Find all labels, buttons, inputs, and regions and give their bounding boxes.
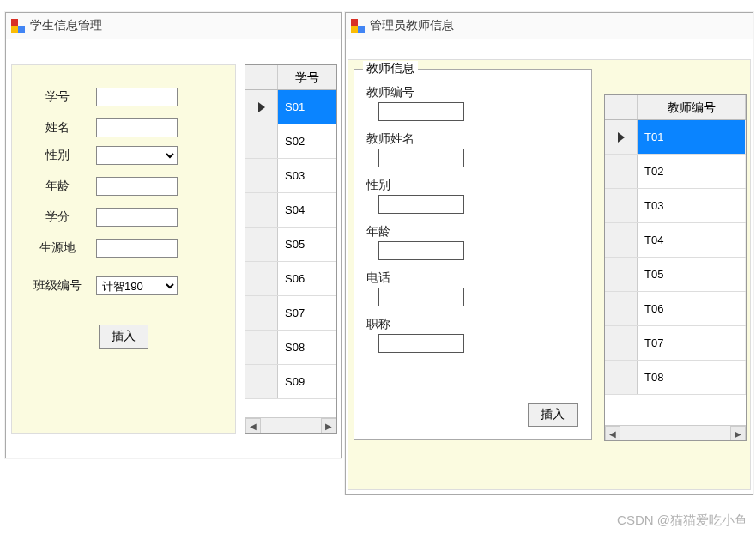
student-grid-col-header[interactable]: 学号	[278, 65, 336, 89]
student-age-input[interactable]	[96, 177, 178, 196]
teacher-title-input[interactable]	[378, 334, 464, 353]
app-icon	[11, 19, 25, 33]
table-row[interactable]: S06	[245, 262, 336, 296]
teacher-phone-input[interactable]	[378, 288, 464, 306]
table-row[interactable]: T03	[605, 189, 746, 223]
table-cell[interactable]: T04	[638, 223, 746, 257]
row-selector[interactable]	[245, 262, 278, 295]
student-insert-button[interactable]: 插入	[99, 325, 148, 349]
grid-select-header	[245, 65, 278, 89]
student-name-label: 姓名	[19, 120, 96, 136]
row-selector[interactable]	[245, 193, 278, 227]
teacher-window: 管理员教师信息 教师信息 教师编号 教师姓名 性别 年龄 电话 职称 插入	[345, 12, 753, 495]
student-id-label: 学号	[19, 89, 96, 105]
table-row[interactable]: T07	[605, 326, 746, 361]
teacher-name-input[interactable]	[378, 149, 464, 167]
scroll-right-icon[interactable]: ▶	[321, 418, 336, 434]
scroll-right-icon[interactable]: ▶	[730, 426, 746, 441]
student-class-label: 班级编号	[19, 278, 96, 294]
teacher-grid[interactable]: 教师编号 T01T02T03T04T05T06T07T08 ◀ ▶	[604, 94, 747, 441]
student-credits-label: 学分	[19, 209, 96, 225]
student-origin-label: 生源地	[19, 240, 96, 256]
table-row[interactable]: S07	[245, 296, 336, 331]
row-selector[interactable]	[605, 155, 638, 188]
student-name-input[interactable]	[96, 118, 178, 137]
app-icon	[351, 19, 365, 33]
teacher-panel: 教师信息 教师编号 教师姓名 性别 年龄 电话 职称 插入 教	[348, 59, 751, 490]
table-row[interactable]: T06	[605, 292, 746, 326]
table-row[interactable]: S08	[245, 331, 336, 365]
student-gender-select[interactable]	[96, 146, 178, 165]
table-row[interactable]: S01	[245, 90, 336, 124]
row-selector[interactable]	[605, 120, 638, 154]
student-name-row: 姓名	[19, 118, 228, 137]
table-row[interactable]: S03	[245, 159, 336, 193]
table-row[interactable]: S04	[245, 193, 336, 228]
table-cell[interactable]: T06	[638, 292, 746, 325]
table-cell[interactable]: S08	[278, 331, 336, 364]
teacher-window-title: 管理员教师信息	[370, 18, 454, 33]
row-selector[interactable]	[245, 124, 278, 158]
row-selector[interactable]	[605, 189, 638, 222]
teacher-groupbox-legend: 教师信息	[363, 61, 418, 76]
table-cell[interactable]: S04	[278, 193, 336, 227]
teacher-grid-col-header[interactable]: 教师编号	[638, 95, 746, 119]
row-selector[interactable]	[605, 361, 638, 394]
teacher-insert-button[interactable]: 插入	[528, 403, 578, 427]
table-row[interactable]: S05	[245, 228, 336, 262]
table-cell[interactable]: S01	[278, 90, 336, 124]
teacher-id-input[interactable]	[378, 102, 464, 121]
row-selector[interactable]	[245, 331, 278, 364]
table-row[interactable]: T05	[605, 258, 746, 292]
teacher-titlebar: 管理员教师信息	[346, 13, 753, 39]
scroll-left-icon[interactable]: ◀	[605, 426, 620, 441]
scroll-left-icon[interactable]: ◀	[245, 418, 261, 434]
row-selector[interactable]	[245, 365, 278, 398]
table-cell[interactable]: T02	[638, 155, 746, 188]
table-row[interactable]: T08	[605, 361, 746, 395]
table-cell[interactable]: T08	[638, 361, 746, 394]
table-row[interactable]: S02	[245, 124, 336, 159]
student-origin-input[interactable]	[96, 239, 178, 258]
table-cell[interactable]: S09	[278, 365, 336, 398]
student-id-input[interactable]	[96, 88, 178, 106]
teacher-gender-input[interactable]	[378, 195, 464, 214]
table-cell[interactable]: T05	[638, 258, 746, 291]
row-selector[interactable]	[245, 296, 278, 330]
student-grid-body: S01S02S03S04S05S06S07S08S09	[245, 90, 336, 399]
row-selector[interactable]	[605, 223, 638, 257]
teacher-phone-label: 电话	[366, 270, 579, 286]
teacher-grid-body: T01T02T03T04T05T06T07T08	[605, 120, 746, 395]
row-selector[interactable]	[605, 326, 638, 360]
grid-select-header	[605, 95, 638, 119]
student-grid[interactable]: 学号 S01S02S03S04S05S06S07S08S09 ◀ ▶	[245, 64, 337, 434]
table-cell[interactable]: S05	[278, 228, 336, 261]
table-row[interactable]: T01	[605, 120, 746, 155]
teacher-grid-hscroll[interactable]: ◀ ▶	[605, 425, 746, 440]
table-cell[interactable]: S03	[278, 159, 336, 192]
row-selector[interactable]	[245, 90, 278, 124]
row-selector[interactable]	[245, 159, 278, 192]
table-row[interactable]: S09	[245, 365, 336, 399]
table-cell[interactable]: T01	[638, 120, 746, 154]
student-gender-label: 性别	[19, 148, 96, 163]
table-row[interactable]: T02	[605, 155, 746, 189]
student-grid-hscroll[interactable]: ◀ ▶	[245, 417, 336, 433]
teacher-age-input[interactable]	[378, 241, 464, 260]
row-selector[interactable]	[605, 258, 638, 291]
row-selector[interactable]	[605, 292, 638, 325]
table-cell[interactable]: S07	[278, 296, 336, 330]
table-cell[interactable]: T07	[638, 326, 746, 360]
student-class-select[interactable]: 计智190	[96, 276, 178, 295]
table-row[interactable]: T04	[605, 223, 746, 258]
student-form-panel: 学号 姓名 性别 年龄 学分 生源地	[11, 64, 236, 434]
row-indicator-icon	[258, 102, 265, 112]
teacher-title-label: 职称	[366, 317, 579, 332]
table-cell[interactable]: T03	[638, 189, 746, 222]
table-cell[interactable]: S06	[278, 262, 336, 295]
student-credits-input[interactable]	[96, 208, 178, 227]
teacher-age-label: 年龄	[366, 224, 579, 240]
student-window: 学生信息管理 学号 姓名 性别 年龄 学分	[5, 12, 342, 458]
table-cell[interactable]: S02	[278, 124, 336, 158]
row-selector[interactable]	[245, 228, 278, 261]
